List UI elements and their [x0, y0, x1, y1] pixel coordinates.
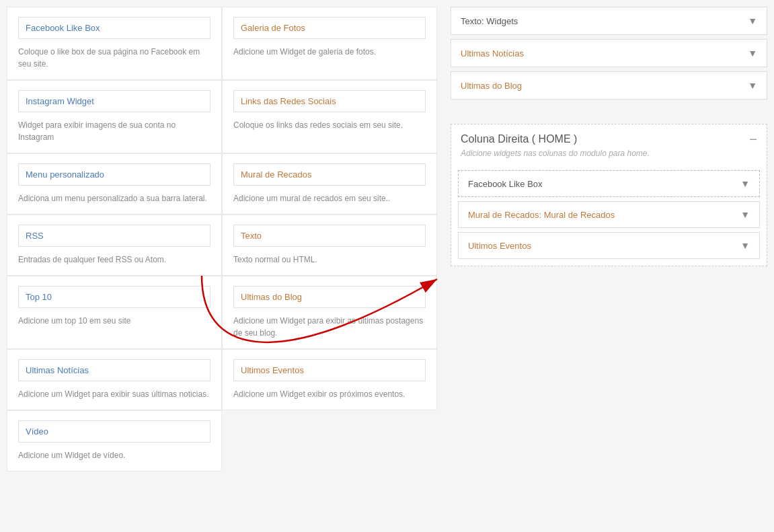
dropdown-label: Ultimas do Blog: [461, 81, 522, 91]
widget-name[interactable]: Mural de Recados: [233, 163, 426, 186]
widget-name[interactable]: Ultimos Eventos: [233, 359, 426, 381]
widget-desc: Adiciona um menu personalizado a sua bar…: [18, 194, 207, 203]
coluna-widget-item[interactable]: Mural de Recados: Mural de Recados▼: [458, 201, 760, 228]
widget-cell[interactable]: Ultimos EventosAdicione um Widget exibir…: [222, 349, 437, 410]
widget-cell[interactable]: Facebook Like BoxColoque o like box de s…: [7, 7, 222, 80]
widget-cell[interactable]: Menu personalizadoAdiciona um menu perso…: [7, 153, 222, 215]
chevron-down-icon: ▼: [740, 209, 750, 220]
widget-cell[interactable]: TextoTexto normal ou HTML.: [222, 215, 437, 276]
widget-cell[interactable]: Galeria de FotosAdicione um Widget de ga…: [222, 7, 437, 80]
widget-desc: Texto normal ou HTML.: [233, 255, 317, 264]
widget-name[interactable]: Ultimas Notícias: [18, 359, 210, 381]
widget-list: Facebook Like BoxColoque o like box de s…: [7, 7, 437, 471]
widget-cell[interactable]: Instagram WidgetWidget para exibir image…: [7, 80, 222, 153]
top-dropdown-item[interactable]: Ultimas Notícias▼: [451, 39, 767, 67]
coluna-collapse-button[interactable]: −: [749, 132, 757, 146]
widget-desc: Adicione um Widget de vídeo.: [18, 451, 125, 460]
chevron-down-icon: ▼: [748, 80, 757, 91]
coluna-widget-item[interactable]: Facebook Like Box▼: [458, 170, 760, 197]
coluna-title: Coluna Direita ( HOME ): [461, 133, 577, 145]
widget-desc: Widget para exibir imagens de sua conta …: [18, 120, 176, 142]
coluna-widget-label: Facebook Like Box: [468, 179, 543, 189]
coluna-widget-label: Mural de Recados: Mural de Recados: [468, 210, 615, 220]
widget-name[interactable]: RSS: [18, 225, 210, 247]
widget-desc: Entradas de qualquer feed RSS ou Atom.: [18, 255, 166, 264]
top-dropdown-item[interactable]: Texto: Widgets▼: [451, 7, 767, 35]
widget-cell[interactable]: Top 10Adicione um top 10 em seu site: [7, 276, 222, 349]
widget-cell[interactable]: RSSEntradas de qualquer feed RSS ou Atom…: [7, 215, 222, 276]
widget-name[interactable]: Top 10: [18, 286, 210, 308]
widget-name[interactable]: Galeria de Fotos: [233, 17, 426, 39]
widget-desc: Adicione um Widget exibir os próximos ev…: [233, 389, 405, 399]
widget-name[interactable]: Facebook Like Box: [18, 17, 210, 39]
top-dropdown-item[interactable]: Ultimas do Blog▼: [451, 71, 767, 100]
widget-name[interactable]: Texto: [233, 225, 426, 247]
widget-desc: Adicione um top 10 em seu site: [18, 316, 130, 326]
chevron-down-icon: ▼: [748, 48, 757, 59]
widget-cell[interactable]: Ultimas do BlogAdicione um Widget para e…: [222, 276, 437, 349]
widget-desc: Coloque os links das redes sociais em se…: [233, 120, 403, 130]
widget-desc: Coloque o like box de sua página no Face…: [18, 47, 200, 69]
right-panel: Texto: Widgets▼Ultimas Notícias▼Ultimas …: [451, 7, 767, 471]
chevron-down-icon: ▼: [740, 178, 750, 189]
widget-name[interactable]: Links das Redes Sociais: [233, 90, 426, 112]
dropdown-label: Ultimas Notícias: [461, 48, 524, 59]
widget-name[interactable]: Ultimas do Blog: [233, 286, 426, 308]
widget-desc: Adicione um Widget para exibir as ultima…: [233, 316, 423, 338]
chevron-down-icon: ▼: [740, 240, 750, 251]
chevron-down-icon: ▼: [748, 15, 757, 26]
coluna-section: Coluna Direita ( HOME ) − Adicione widge…: [451, 124, 767, 266]
widget-desc: Adicione um Widget para exibir suas últi…: [18, 389, 208, 399]
dropdown-label: Texto: Widgets: [461, 16, 518, 26]
widget-cell[interactable]: VídeoAdicione um Widget de vídeo.: [7, 410, 222, 471]
widget-name[interactable]: Menu personalizado: [18, 163, 210, 186]
coluna-widgets: Facebook Like Box▼Mural de Recados: Mura…: [451, 165, 767, 266]
widget-grid: Facebook Like BoxColoque o like box de s…: [7, 7, 437, 471]
coluna-subtitle: Adicione widgets nas colunas do modulo p…: [451, 149, 767, 165]
widget-cell[interactable]: Mural de RecadosAdicione um mural de rec…: [222, 153, 437, 215]
widget-name[interactable]: Vídeo: [18, 420, 210, 443]
coluna-header: Coluna Direita ( HOME ) −: [451, 124, 767, 149]
widget-cell[interactable]: Links das Redes SociaisColoque os links …: [222, 80, 437, 153]
widget-cell[interactable]: Ultimas NotíciasAdicione um Widget para …: [7, 349, 222, 410]
top-dropdowns: Texto: Widgets▼Ultimas Notícias▼Ultimas …: [451, 7, 767, 100]
widget-desc: Adicione um mural de recados em seu site…: [233, 194, 390, 203]
widget-desc: Adicione um Widget de galeria de fotos.: [233, 47, 376, 56]
widget-name[interactable]: Instagram Widget: [18, 90, 210, 112]
coluna-widget-item[interactable]: Ultimos Eventos▼: [458, 232, 760, 259]
coluna-widget-label: Ultimos Eventos: [468, 241, 531, 251]
